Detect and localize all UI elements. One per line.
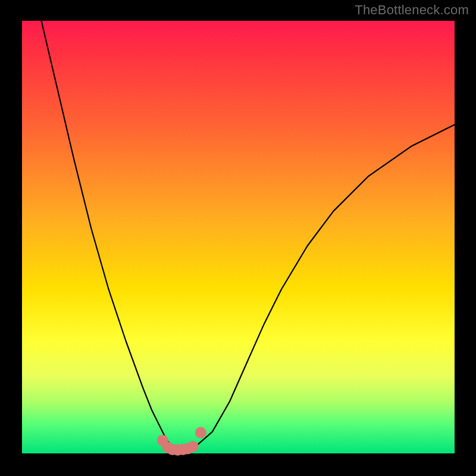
highlight-marker — [195, 427, 206, 439]
curve-layer — [0, 0, 476, 476]
chart-frame: TheBottleneck.com — [0, 0, 476, 476]
bottleneck-curve — [22, 0, 455, 450]
highlight-marker — [187, 441, 199, 452]
highlight-markers — [157, 427, 206, 456]
watermark-text: TheBottleneck.com — [355, 2, 469, 18]
